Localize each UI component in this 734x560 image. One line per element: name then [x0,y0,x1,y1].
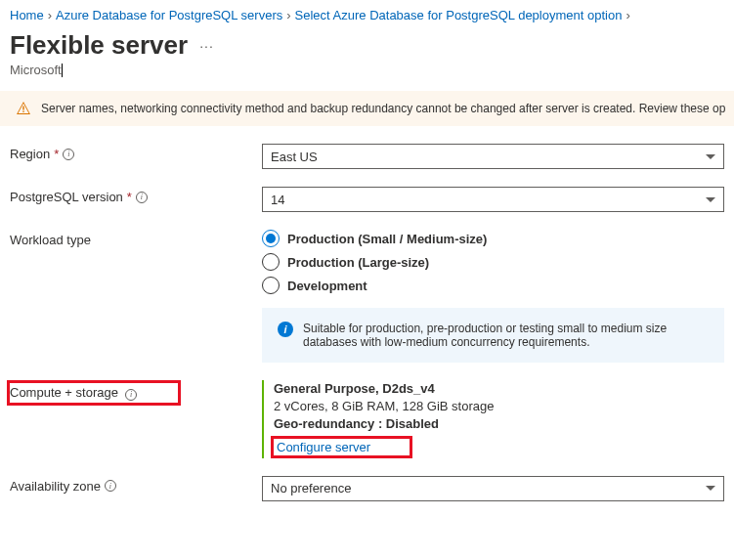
chevron-down-icon [706,486,715,491]
breadcrumb-level2[interactable]: Select Azure Database for PostgreSQL dep… [295,8,623,22]
workload-radio-dev[interactable]: Development [262,277,724,294]
chevron-right-icon: › [286,8,290,22]
field-zone: Availability zone No preference [10,476,724,501]
field-compute: Compute + storage General Purpose, D2ds_… [10,380,724,458]
version-select[interactable]: 14 [262,187,724,212]
warning-banner: Server names, networking connectivity me… [0,91,734,126]
chevron-right-icon: › [48,8,52,22]
required-marker: * [54,147,59,161]
info-icon[interactable] [125,389,137,401]
configure-server-link[interactable]: Configure server [277,440,370,454]
more-actions-button[interactable]: ··· [199,38,214,54]
title-row: Flexible server ··· [0,26,734,61]
zone-select[interactable]: No preference [262,476,724,501]
field-version: PostgreSQL version * 14 [10,187,724,212]
workload-radio-small[interactable]: Production (Small / Medium-size) [262,230,724,247]
workload-radio-large[interactable]: Production (Large-size) [262,253,724,271]
info-icon[interactable] [105,480,116,492]
field-workload: Workload type Production (Small / Medium… [10,230,724,363]
breadcrumb-home[interactable]: Home [10,8,44,22]
compute-geo: Geo-redundancy : Disabled [274,415,724,433]
workload-info-text: Suitable for production, pre-production … [303,322,709,349]
field-region: Region * East US [10,144,724,169]
compute-spec: 2 vCores, 8 GiB RAM, 128 GiB storage [274,398,724,415]
chevron-right-icon: › [626,8,629,22]
page-title: Flexible server [10,30,188,61]
breadcrumb: Home › Azure Database for PostgreSQL ser… [0,0,734,26]
radio-icon [262,253,280,271]
workload-label: Workload type [10,233,91,247]
warning-icon [16,101,31,116]
region-select[interactable]: East US [262,144,724,169]
region-label: Region [10,147,50,161]
warning-text: Server names, networking connectivity me… [41,102,725,115]
required-marker: * [127,190,132,204]
svg-rect-1 [22,111,23,112]
compute-sku: General Purpose, D2ds_v4 [274,380,724,398]
chevron-down-icon [706,197,715,202]
info-icon[interactable] [136,192,148,203]
workload-info-banner: i Suitable for production, pre-productio… [262,308,724,363]
svg-rect-0 [22,107,23,110]
radio-icon [262,277,280,294]
compute-label: Compute + storage [10,385,118,400]
version-label: PostgreSQL version [10,190,123,204]
info-icon: i [278,322,293,337]
zone-label: Availability zone [10,479,101,494]
chevron-down-icon [706,154,715,159]
page-subtitle: Microsoft [0,61,734,91]
compute-summary: General Purpose, D2ds_v4 2 vCores, 8 GiB… [262,380,724,458]
radio-icon [262,230,280,247]
info-icon[interactable] [63,149,74,160]
breadcrumb-level1[interactable]: Azure Database for PostgreSQL servers [56,8,282,22]
